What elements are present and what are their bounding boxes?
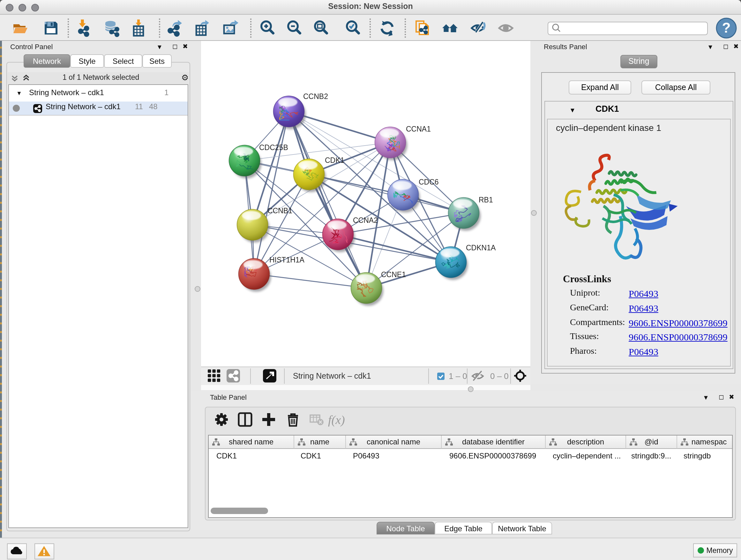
svg-text:CCNB1: CCNB1 (267, 206, 292, 215)
svg-text:CDKN1A: CDKN1A (466, 244, 496, 252)
svg-text:CDC6: CDC6 (419, 178, 439, 186)
svg-text:CDC25B: CDC25B (259, 143, 288, 152)
svg-text:CDK1: CDK1 (325, 156, 344, 165)
svg-text:String Network – cdk1: String Network – cdk1 (293, 371, 371, 380)
svg-text:?: ? (722, 20, 731, 36)
svg-text:0 – 0: 0 – 0 (490, 371, 509, 381)
svg-text:1 – 0: 1 – 0 (449, 371, 467, 381)
svg-text:CCNE1: CCNE1 (381, 270, 406, 279)
svg-text:RB1: RB1 (479, 196, 493, 204)
svg-text:f(x): f(x) (328, 413, 345, 427)
svg-text:CCNA2: CCNA2 (353, 216, 378, 225)
svg-text:CCNB2: CCNB2 (303, 92, 328, 101)
svg-text:HIST1H1A: HIST1H1A (269, 256, 305, 264)
svg-text:CCNA1: CCNA1 (406, 125, 431, 133)
